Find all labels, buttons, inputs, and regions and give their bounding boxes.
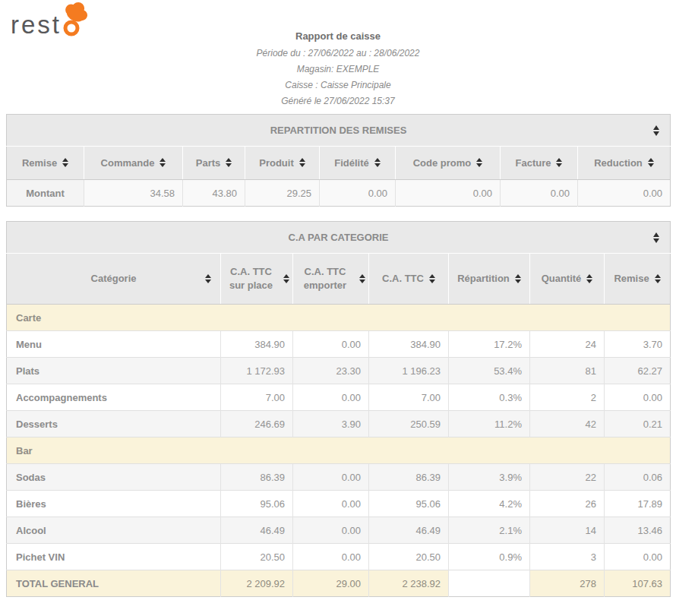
table-row-bieres: Bières95.060.0095.064.2%2617.89: [7, 491, 671, 517]
sort-icon[interactable]: [226, 158, 232, 167]
report-meta: Rapport de caisse Période du : 27/06/202…: [0, 30, 676, 112]
column-label: Parts: [196, 156, 221, 170]
report-register: Caisse : Caisse Principale: [0, 80, 676, 90]
value-c-a-ttc-sur-place: 86.39: [221, 464, 293, 491]
table-spacer: [0, 207, 676, 221]
report-title: Rapport de caisse: [0, 30, 676, 42]
section-row-carte: Carte: [7, 305, 671, 331]
value-quantite: 42: [530, 411, 605, 438]
total-quantite: 278: [530, 570, 605, 597]
categories-table: C.A PAR CATEGORIE CatégorieC.A. TTC sur …: [6, 221, 671, 597]
report-generated: Généré le 27/06/2022 15:37: [0, 96, 676, 106]
remises-column-header-row: RemiseCommandePartsProduitFidélitéCode p…: [7, 147, 671, 180]
sort-icon[interactable]: [62, 158, 68, 167]
column-header-commande[interactable]: Commande: [84, 147, 183, 180]
sort-icon[interactable]: [655, 274, 661, 283]
montant-value-reduction: 0.00: [578, 180, 671, 207]
category-cell: Menu: [7, 331, 221, 358]
value-c-a-ttc-emporter: 0.00: [293, 384, 369, 411]
table-row-sodas: Sodas86.390.0086.393.9%220.06: [7, 464, 671, 491]
value-c-a-ttc: 86.39: [369, 464, 449, 491]
categories-column-header-row: CatégorieC.A. TTC sur placeC.A. TTC empo…: [7, 254, 671, 305]
value-c-a-ttc-sur-place: 246.69: [221, 411, 293, 438]
total-c-a-ttc-emporter: 29.00: [293, 570, 369, 597]
value-repartition: 2.1%: [449, 517, 530, 544]
montant-value-commande: 34.58: [84, 180, 183, 207]
total-general-row: TOTAL GENERAL2 209.9229.002 238.92278107…: [7, 570, 671, 597]
column-label: C.A. TTC sur place: [224, 265, 278, 292]
report-store: Magasin: EXEMPLE: [0, 64, 676, 74]
sort-icon[interactable]: [359, 274, 365, 283]
value-quantite: 81: [530, 358, 605, 384]
sort-icon[interactable]: [429, 274, 435, 283]
sort-icon[interactable]: [515, 274, 521, 283]
sort-icon[interactable]: [648, 158, 654, 167]
column-header-c-a-ttc-emporter[interactable]: C.A. TTC emporter: [293, 254, 369, 305]
sort-icon[interactable]: [205, 274, 211, 283]
sort-icon[interactable]: [586, 274, 592, 283]
value-repartition: 3.9%: [449, 464, 530, 491]
column-label: Catégorie: [91, 272, 137, 286]
montant-value-facture: 0.00: [501, 180, 578, 207]
column-header-remise[interactable]: Remise: [605, 254, 671, 305]
column-header-parts[interactable]: Parts: [183, 147, 245, 180]
value-c-a-ttc: 20.50: [369, 544, 449, 570]
column-label: Produit: [259, 156, 294, 170]
value-remise: 17.89: [605, 491, 671, 517]
column-label: Remise: [614, 272, 649, 286]
sort-icon[interactable]: [283, 274, 289, 283]
column-header-c-a-ttc[interactable]: C.A. TTC: [369, 254, 449, 305]
sort-icon[interactable]: [556, 158, 562, 167]
value-repartition: 0.9%: [449, 544, 530, 570]
column-header-quantite[interactable]: Quantité: [530, 254, 605, 305]
column-header-categorie[interactable]: Catégorie: [7, 254, 221, 305]
column-label: Facture: [516, 156, 551, 170]
categories-title-text: C.A PAR CATEGORIE: [289, 232, 389, 243]
table-row-alcool: Alcool46.490.0046.492.1%1413.46: [7, 517, 671, 544]
column-header-facture[interactable]: Facture: [501, 147, 578, 180]
column-label: Reduction: [594, 156, 643, 170]
table-row-desserts: Desserts246.693.90250.5911.2%420.21: [7, 411, 671, 438]
column-header-c-a-ttc-sur-place[interactable]: C.A. TTC sur place: [221, 254, 293, 305]
cash-report-page: rest Rapport de caisse Péri: [0, 0, 676, 597]
value-quantite: 26: [530, 491, 605, 517]
value-c-a-ttc-emporter: 0.00: [293, 517, 369, 544]
sort-icon[interactable]: [374, 158, 381, 167]
value-c-a-ttc: 250.59: [369, 411, 449, 438]
value-quantite: 2: [530, 384, 605, 411]
remises-montant-row: Montant34.5843.8029.250.000.000.000.00: [7, 180, 671, 207]
value-remise: 62.27: [605, 358, 671, 384]
value-c-a-ttc-emporter: 3.90: [293, 411, 369, 438]
value-quantite: 3: [530, 544, 605, 570]
montant-value-code-promo: 0.00: [396, 180, 501, 207]
value-c-a-ttc-emporter: 0.00: [293, 331, 369, 358]
column-header-produit[interactable]: Produit: [245, 147, 320, 180]
remises-title-text: REPARTITION DES REMISES: [270, 125, 407, 136]
column-header-repartition[interactable]: Répartition: [449, 254, 530, 305]
section-label: Carte: [7, 305, 671, 331]
sort-icon[interactable]: [653, 232, 659, 243]
column-label: Remise: [22, 156, 57, 170]
value-c-a-ttc-sur-place: 95.06: [221, 491, 293, 517]
sort-icon[interactable]: [160, 158, 166, 167]
column-label: C.A. TTC emporter: [296, 265, 354, 292]
value-c-a-ttc: 7.00: [369, 384, 449, 411]
column-header-remise[interactable]: Remise: [7, 147, 84, 180]
value-c-a-ttc-sur-place: 7.00: [221, 384, 293, 411]
sort-icon[interactable]: [299, 158, 305, 167]
column-header-fidelite[interactable]: Fidélité: [320, 147, 396, 180]
column-header-code-promo[interactable]: Code promo: [396, 147, 501, 180]
value-repartition: 11.2%: [449, 411, 530, 438]
montant-value-parts: 43.80: [183, 180, 245, 207]
value-remise: 0.00: [605, 384, 671, 411]
report-header: rest Rapport de caisse Péri: [0, 0, 676, 114]
value-c-a-ttc-sur-place: 384.90: [221, 331, 293, 358]
sort-icon[interactable]: [653, 125, 659, 136]
value-remise: 13.46: [605, 517, 671, 544]
column-header-reduction[interactable]: Reduction: [578, 147, 671, 180]
value-repartition: 0.3%: [449, 384, 530, 411]
value-remise: 0.06: [605, 464, 671, 491]
category-cell: Pichet VIN: [7, 544, 221, 570]
sort-icon[interactable]: [476, 158, 482, 167]
value-c-a-ttc: 95.06: [369, 491, 449, 517]
